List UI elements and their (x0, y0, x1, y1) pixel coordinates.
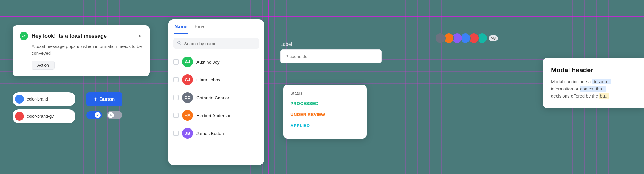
toast-action-area: Action (32, 61, 143, 70)
avatar-4: JB (182, 128, 193, 139)
modal-highlight-2: context tha... (580, 86, 606, 92)
toast-close-button[interactable]: × (137, 33, 143, 39)
modal-highlight-3: bu... (599, 93, 609, 99)
avatar-count: ×8 (489, 35, 498, 41)
checkbox-4[interactable] (173, 131, 179, 136)
swatches-section: color-brand color-brand-gv (13, 92, 75, 123)
placeholder-input[interactable] (280, 49, 382, 63)
avatar-stack: ×8 (435, 33, 498, 43)
list-tabs: Name Email (168, 19, 264, 34)
status-badge-processed: PROCESSED (290, 100, 360, 107)
guide-h-top (0, 16, 644, 17)
toast-title: Hey look! Its a toast message (32, 33, 137, 39)
input-card: Label (280, 42, 382, 63)
list-item[interactable]: CJ Clara Johns (168, 71, 264, 89)
avatar-1: CJ (182, 74, 193, 85)
avatar-stack-item-0 (435, 33, 446, 43)
search-icon (177, 40, 182, 46)
modal-title: Modal header (551, 66, 636, 74)
modal-card: Modal header Modal can include a descrip… (543, 58, 644, 108)
avatar-3: HA (182, 110, 193, 121)
primary-button[interactable]: + Button (86, 92, 122, 106)
toggle-on-knob (95, 112, 101, 118)
modal-title-text: Modal header (551, 66, 593, 74)
guide-v-1 (158, 0, 158, 174)
toast-success-icon (20, 32, 28, 40)
guide-v-2 (268, 0, 269, 174)
swatch-circle-brand-gv (15, 112, 24, 121)
toggle-on[interactable] (86, 111, 102, 119)
list-card: Name Email AJ Austine Joy CJ Clara Johns… (168, 19, 264, 165)
toggle-off-knob: ✕ (108, 112, 114, 118)
swatch-row-brand[interactable]: color-brand (13, 92, 75, 106)
checkbox-2[interactable] (173, 95, 179, 100)
search-bar[interactable] (173, 38, 259, 49)
guide-v-3 (391, 0, 391, 174)
plus-icon: + (94, 96, 97, 103)
swatch-label-brand-gv: color-brand-gv (27, 114, 54, 119)
list-item-name-4: James Button (196, 131, 224, 136)
tab-email[interactable]: Email (195, 24, 207, 34)
swatch-row-brand-gv[interactable]: color-brand-gv (13, 109, 75, 123)
modal-highlight-1: descrip... (592, 79, 612, 84)
buttons-section: + Button ✕ (86, 92, 122, 119)
toggle-off[interactable]: ✕ (107, 111, 122, 119)
list-item[interactable]: JB James Button (168, 124, 264, 142)
search-input[interactable] (184, 41, 256, 46)
input-label: Label (280, 42, 382, 47)
modal-body: Modal can include a descrip... informati… (551, 78, 636, 100)
toast-body: A toast message pops up when information… (32, 43, 143, 57)
avatar-2: CC (182, 92, 193, 103)
list-item-name-2: Catherin Connor (196, 95, 229, 100)
list-item-name-1: Clara Johns (196, 77, 220, 82)
list-item[interactable]: HA Herbert Anderson (168, 106, 264, 124)
toast-action-button[interactable]: Action (32, 61, 55, 70)
list-item-name-3: Herbert Anderson (196, 113, 232, 118)
checkbox-0[interactable] (173, 59, 179, 65)
checkbox-1[interactable] (173, 77, 179, 82)
swatch-label-brand: color-brand (27, 97, 48, 101)
list-item-name-0: Austine Joy (196, 59, 220, 65)
toast-header: Hey look! Its a toast message × (20, 32, 143, 40)
avatar-0: AJ (182, 57, 193, 67)
swatch-circle-brand (15, 95, 24, 104)
status-badge-under-review: UNDER REVIEW (290, 111, 360, 118)
status-badge-applied: APPLIED (290, 122, 360, 129)
toast-card: Hey look! Its a toast message × A toast … (13, 25, 150, 76)
svg-line-1 (180, 44, 181, 45)
status-card-title: Status (290, 91, 360, 95)
tab-name[interactable]: Name (174, 24, 188, 34)
checkbox-3[interactable] (173, 113, 179, 118)
list-item[interactable]: AJ Austine Joy (168, 53, 264, 71)
status-card: Status PROCESSED UNDER REVIEW APPLIED (283, 85, 367, 139)
list-item[interactable]: CC Catherin Connor (168, 89, 264, 106)
primary-button-label: Button (100, 97, 115, 102)
toggle-row: ✕ (86, 111, 122, 119)
